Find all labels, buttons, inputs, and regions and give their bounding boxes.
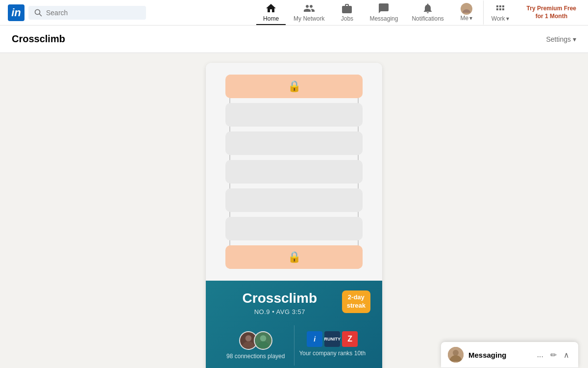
work-grid-icon <box>494 2 506 14</box>
nav-right: Try Premium Freefor 1 Month <box>523 3 580 22</box>
search-input[interactable] <box>46 9 140 17</box>
linkedin-logo[interactable]: LinkedIn in <box>8 4 24 21</box>
game-title: Crossclimb <box>218 290 342 306</box>
messaging-widget: Messaging ... ✏ ∧ <box>441 342 578 368</box>
nav-center: Home My Network Jobs Messaging <box>256 0 515 25</box>
home-icon <box>265 2 277 14</box>
lock-icon-1: 🔒 <box>288 80 301 93</box>
svg-point-8 <box>453 350 459 356</box>
game-title-wrapper: Crossclimb NO.9 • AVG 3:57 <box>218 290 342 315</box>
nav-item-notifications[interactable]: Notifications <box>406 0 449 25</box>
navbar: LinkedIn in Home My Network <box>0 0 588 26</box>
notifications-icon <box>422 2 434 14</box>
page-title: Crossclimb <box>12 33 65 45</box>
puzzle-row-1[interactable]: 🔒 <box>225 75 363 98</box>
nav-item-network[interactable]: My Network <box>288 0 330 25</box>
connections-label: 98 connections played <box>226 353 285 360</box>
nav-label-messaging: Messaging <box>369 15 398 22</box>
messaging-title: Messaging <box>468 351 530 359</box>
streak-badge: 2-day streak <box>342 290 370 313</box>
streak-line2: streak <box>347 302 366 310</box>
nav-label-work: Work ▾ <box>491 15 509 22</box>
nav-label-home: Home <box>263 15 279 22</box>
lock-icon-7: 🔒 <box>288 251 301 263</box>
puzzle-row-4[interactable] <box>225 160 363 184</box>
search-icon <box>34 9 42 17</box>
jobs-icon <box>341 2 353 14</box>
connections-stat: 98 connections played <box>218 325 294 366</box>
messaging-icon <box>378 2 390 14</box>
puzzle-section: 🔒 🔒 <box>206 63 382 281</box>
company-logo-2: RUNITY <box>324 331 340 347</box>
svg-point-6 <box>260 335 266 342</box>
messaging-compose-button[interactable]: ✏ <box>548 349 559 361</box>
company-logo-1: i <box>307 331 322 347</box>
company-logos: i RUNITY Z <box>307 331 358 347</box>
info-section: Crossclimb NO.9 • AVG 3:57 2-day streak <box>206 281 382 368</box>
puzzle-row-3[interactable] <box>225 131 363 155</box>
nav-item-me[interactable]: Me ▾ <box>452 1 481 25</box>
puzzle-row-7[interactable]: 🔒 <box>225 245 363 269</box>
stats-row: 98 connections played i RUNITY Z <box>218 325 370 366</box>
settings-button[interactable]: Settings ▾ <box>546 35 576 43</box>
svg-point-2 <box>465 5 468 9</box>
puzzle-row-5[interactable] <box>225 188 363 212</box>
puzzle-row-6[interactable] <box>225 217 363 240</box>
nav-label-me: Me ▾ <box>460 15 472 22</box>
nav-item-jobs[interactable]: Jobs <box>332 0 362 25</box>
nav-label-network: My Network <box>294 15 324 22</box>
game-subtitle: NO.9 • AVG 3:57 <box>218 308 342 315</box>
svg-line-1 <box>40 14 42 16</box>
messaging-ellipsis-button[interactable]: ... <box>535 349 545 361</box>
messaging-icon-group: ... ✏ ∧ <box>535 349 571 361</box>
nav-label-notifications: Notifications <box>412 15 443 22</box>
game-card: 🔒 🔒 Crossclim <box>206 63 382 368</box>
nav-item-messaging[interactable]: Messaging <box>364 0 404 25</box>
puzzle-row-2[interactable] <box>225 103 363 127</box>
streak-line1: 2-day <box>347 293 366 302</box>
nav-item-work[interactable]: Work ▾ <box>483 0 515 25</box>
company-logo-3: Z <box>342 331 358 347</box>
messaging-avatar <box>448 347 464 363</box>
network-icon <box>303 2 315 14</box>
company-label: Your company ranks 10th <box>299 350 366 357</box>
search-bar[interactable] <box>28 6 146 20</box>
nav-label-jobs: Jobs <box>341 15 353 22</box>
messaging-collapse-button[interactable]: ∧ <box>562 349 571 361</box>
nav-item-home[interactable]: Home <box>256 0 286 25</box>
settings-chevron-icon: ▾ <box>573 35 576 43</box>
breadcrumb-bar: Crossclimb Settings ▾ <box>0 26 588 53</box>
svg-point-4 <box>245 335 251 342</box>
me-avatar <box>461 3 472 15</box>
premium-button[interactable]: Try Premium Freefor 1 Month <box>523 3 580 22</box>
avatar-2 <box>254 331 272 350</box>
messaging-header[interactable]: Messaging ... ✏ ∧ <box>441 342 578 368</box>
main-content: 🔒 🔒 Crossclim <box>0 53 588 368</box>
settings-label: Settings <box>546 35 571 43</box>
connections-avatars <box>239 331 272 350</box>
game-title-row: Crossclimb NO.9 • AVG 3:57 2-day streak <box>218 290 370 315</box>
company-stat: i RUNITY Z Your company ranks 10th <box>294 325 371 366</box>
ladder-container: 🔒 🔒 <box>225 75 363 269</box>
